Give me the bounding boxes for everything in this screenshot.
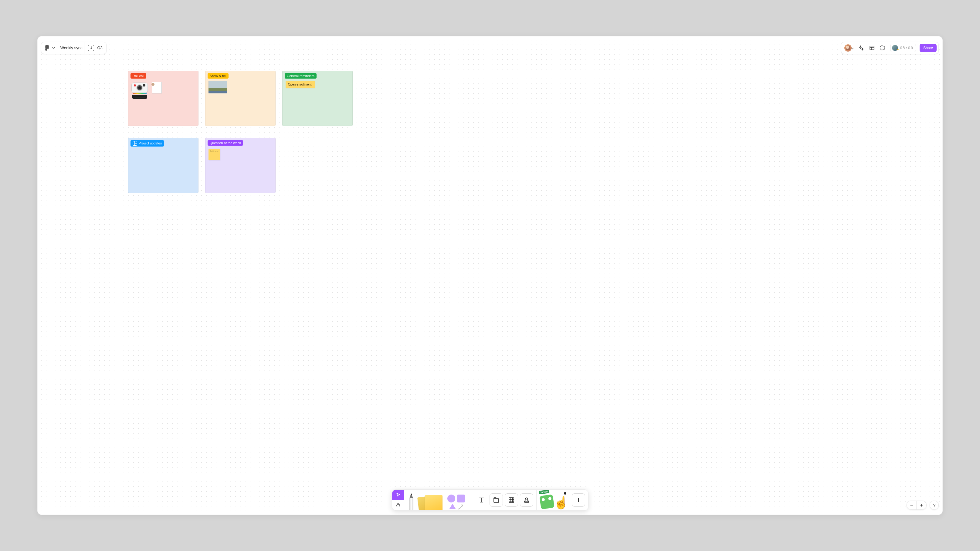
- sticky-note-placeholder: Add text: [210, 150, 218, 152]
- sticky-note-text: Open enrollment!: [288, 83, 313, 86]
- hand-tool[interactable]: [392, 500, 404, 510]
- bottom-toolbar: Jambot ☝️: [392, 489, 589, 511]
- svg-rect-6: [494, 499, 499, 502]
- jambot-label: Jambot: [539, 490, 549, 494]
- landscape-photo[interactable]: [208, 81, 228, 94]
- section-label-text: Show & tell: [210, 74, 226, 78]
- section-label-text: Question of the week: [210, 141, 241, 145]
- section-project-updates[interactable]: Project updates: [128, 138, 199, 193]
- polaroid-camera-image[interactable]: [131, 81, 148, 99]
- pencil-tool[interactable]: [407, 493, 415, 510]
- layout-icon: [133, 141, 137, 146]
- zoom-in-button[interactable]: [916, 501, 926, 510]
- section-label-text: Project updates: [139, 141, 162, 145]
- section-label[interactable]: Roll call: [130, 73, 146, 79]
- stamp-tool[interactable]: [520, 493, 533, 507]
- select-tool[interactable]: [392, 490, 404, 500]
- bottom-right-controls: ?: [907, 501, 939, 510]
- section-tool[interactable]: [490, 493, 503, 507]
- widgets-group: Jambot ☝️: [536, 490, 588, 510]
- section-show-and-tell[interactable]: Show & tell: [205, 71, 275, 126]
- section-roll-call[interactable]: Roll call: [128, 71, 199, 126]
- sticky-note-tool[interactable]: [418, 493, 445, 510]
- insert-tools: [471, 490, 536, 510]
- svg-rect-7: [509, 498, 514, 502]
- app-window: Weekly sync 1 Q3: [37, 36, 943, 515]
- section-label-text: Roll call: [133, 74, 145, 78]
- section-label[interactable]: Show & tell: [208, 73, 229, 79]
- zoom-controls: [907, 501, 927, 510]
- canvas[interactable]: Roll call Show & tell General reminders: [38, 37, 943, 514]
- user-photo-thumbnail[interactable]: [152, 82, 162, 94]
- sticky-note-empty[interactable]: Add text: [208, 149, 220, 160]
- widgets-tool[interactable]: Jambot ☝️: [539, 492, 570, 508]
- help-icon: ?: [933, 503, 935, 508]
- help-button[interactable]: ?: [930, 501, 939, 510]
- svg-point-12: [525, 498, 528, 500]
- section-label[interactable]: Project updates: [130, 140, 164, 146]
- zoom-out-button[interactable]: [907, 501, 916, 510]
- section-general-reminders[interactable]: General reminders Open enrollment!: [282, 71, 353, 126]
- section-question-of-the-week[interactable]: Question of the week Add text: [205, 138, 275, 193]
- more-tools-button[interactable]: [572, 493, 585, 507]
- shapes-tool[interactable]: [447, 493, 468, 510]
- pointing-hand-icon: ☝️: [554, 496, 569, 508]
- text-tool[interactable]: [474, 493, 488, 507]
- section-label[interactable]: General reminders: [285, 73, 317, 79]
- creation-tools: [404, 493, 471, 510]
- section-label[interactable]: Question of the week: [208, 140, 243, 146]
- table-tool[interactable]: [505, 493, 518, 507]
- section-label-text: General reminders: [287, 74, 314, 78]
- sticky-note[interactable]: Open enrollment!: [286, 81, 315, 88]
- tool-modes: [392, 490, 404, 510]
